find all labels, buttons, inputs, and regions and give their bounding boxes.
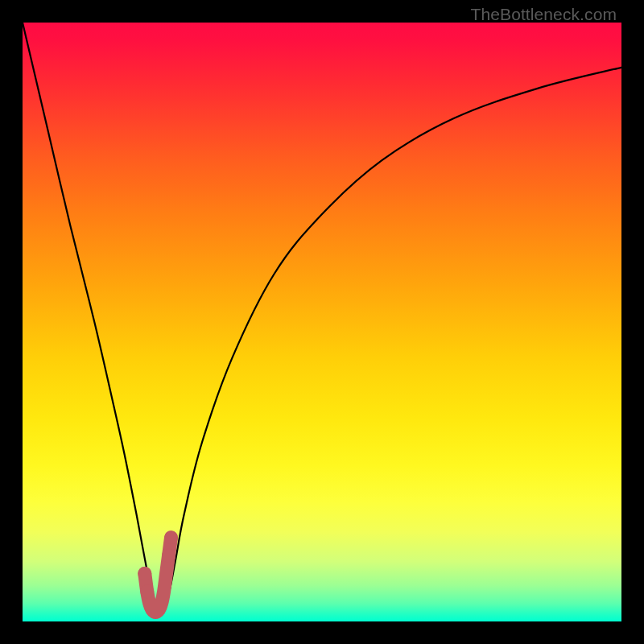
plot-area xyxy=(23,23,621,621)
valley-cap-dot xyxy=(138,567,151,580)
valley-cap-dot xyxy=(164,530,178,544)
valley-cap-dot xyxy=(162,549,175,563)
chart-frame: TheBottleneck.com xyxy=(0,0,644,644)
valley-cap-dot xyxy=(140,584,154,598)
watermark-text: TheBottleneck.com xyxy=(471,5,617,24)
curve-layer xyxy=(23,23,621,621)
bottleneck-curve xyxy=(23,23,621,612)
valley-markers xyxy=(138,530,178,612)
